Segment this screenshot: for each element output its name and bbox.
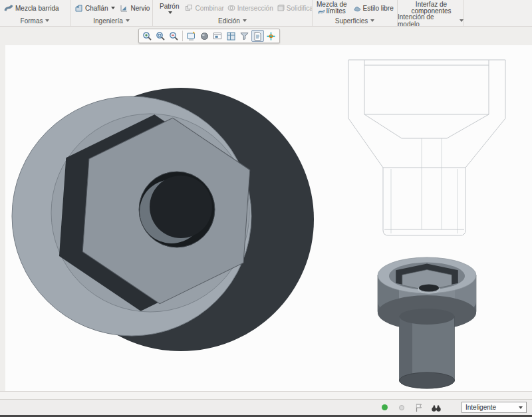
nervio-button[interactable]: Nervio [120, 4, 152, 13]
toolbar-separator [182, 31, 183, 41]
model-status-green-dot-icon [379, 402, 390, 413]
chevron-down-icon [45, 19, 49, 22]
ribbon-group-ingenieria: Chaflán Nervio Ingeniería [70, 0, 153, 26]
spin-center-icon[interactable] [265, 30, 277, 42]
annotation-display-icon[interactable] [251, 30, 264, 42]
mezcla-limites-button[interactable]: Mezcla de límites [317, 1, 347, 15]
intersect-icon [227, 4, 235, 12]
group-label-ingenieria[interactable]: Ingeniería [70, 15, 152, 26]
view-manager-icon[interactable] [225, 30, 237, 42]
interfaz-componentes-button[interactable]: Interfaz de componentes [411, 1, 451, 15]
chevron-down-icon [243, 19, 247, 22]
freestyle-icon [352, 4, 361, 13]
chevron-down-icon [519, 406, 523, 409]
ribbon-group-intencion: Interfaz de componentes Intención de mod… [398, 0, 464, 26]
repaint-icon[interactable] [185, 30, 198, 42]
chevron-down-icon [370, 19, 374, 22]
mezcla-barrida-label: Mezcla barrida [15, 5, 59, 12]
patron-label: Patrón [160, 3, 179, 10]
rib-icon [120, 4, 128, 13]
merge-icon [185, 4, 193, 12]
selection-filter-value: Inteligente [466, 404, 496, 411]
zoom-in-icon[interactable] [141, 30, 154, 42]
solidificacion-button: Solidificación [277, 4, 312, 12]
solidify-icon [277, 4, 285, 12]
group-label-intencion[interactable]: Intención de modelo [398, 15, 464, 26]
chevron-down-icon [460, 19, 464, 22]
saved-views-icon[interactable] [211, 30, 224, 42]
ribbon: Mezcla barrida Formas Chaflán Nervio [0, 0, 532, 27]
group-label-edicion[interactable]: Edición [153, 15, 312, 26]
status-gray-dot-icon [396, 402, 407, 413]
ribbon-filler [464, 0, 532, 26]
zoom-fit-icon[interactable] [154, 30, 167, 42]
boundary-blend-icon [318, 8, 325, 15]
mezcla-limites-label-2: límites [327, 8, 346, 15]
ribbon-group-formas: Mezcla barrida Formas [0, 0, 70, 26]
toolbar-area [0, 27, 532, 45]
ribbon-group-superficies: Mezcla de límites Estilo libre Superfici… [313, 0, 398, 26]
combinar-button: Combinar [185, 4, 223, 12]
chamfer-icon [74, 4, 83, 13]
ribbon-group-edicion: Patrón Combinar Intersección Solidific [153, 0, 313, 26]
solidificacion-label: Solidificación [287, 5, 312, 12]
chaflan-label: Chaflán [85, 5, 108, 12]
chaflan-button[interactable]: Chaflán [74, 4, 115, 13]
nervio-label: Nervio [130, 5, 150, 12]
chevron-down-icon [111, 7, 115, 9]
model-iso-view[interactable] [378, 257, 476, 388]
interseccion-label: Intersección [237, 5, 273, 12]
group-label-superficies[interactable]: Superficies [313, 15, 397, 26]
zoom-out-icon[interactable] [168, 30, 180, 42]
chevron-down-icon [168, 11, 172, 14]
flag-icon[interactable] [414, 402, 424, 413]
graphics-area[interactable] [0, 45, 532, 391]
status-bar: Inteligente [0, 399, 532, 415]
combinar-label: Combinar [195, 5, 223, 12]
mezcla-barrida-button[interactable]: Mezcla barrida [4, 3, 59, 13]
view-toolbar [138, 29, 280, 43]
message-area [0, 391, 532, 399]
selection-filter-dropdown[interactable]: Inteligente [462, 402, 527, 413]
group-label-formas[interactable]: Formas [0, 15, 70, 26]
patron-button[interactable]: Patrón [157, 3, 182, 14]
chevron-down-icon [126, 19, 130, 22]
model-canvas-svg [5, 45, 532, 391]
estilo-libre-button[interactable]: Estilo libre [352, 4, 394, 13]
model-wireframe-view[interactable] [348, 60, 505, 235]
interseccion-button: Intersección [227, 4, 273, 12]
find-binoculars-icon[interactable] [431, 402, 442, 413]
swept-blend-icon [4, 3, 13, 13]
shaded-display-icon[interactable] [198, 30, 211, 42]
estilo-libre-label: Estilo libre [363, 5, 394, 12]
display-filters-icon[interactable] [238, 30, 251, 42]
model-front-view[interactable] [12, 88, 314, 351]
